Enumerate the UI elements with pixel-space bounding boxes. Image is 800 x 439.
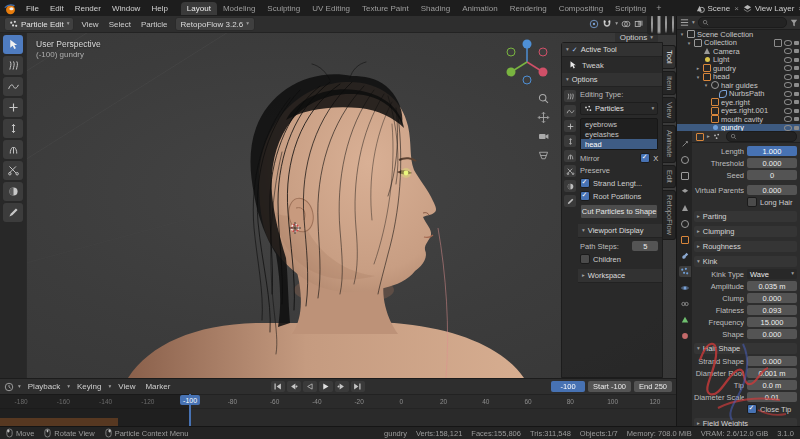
shape-field[interactable]: 0.000 bbox=[747, 329, 797, 339]
chevron-down-icon[interactable]: ▾ bbox=[18, 384, 21, 390]
tool-cut-button[interactable] bbox=[3, 161, 23, 180]
tool-smooth-button[interactable] bbox=[3, 77, 23, 96]
tip-field[interactable]: 0.0 m bbox=[747, 380, 797, 390]
workspace-tab-animation[interactable]: Animation bbox=[456, 2, 504, 15]
eye-icon[interactable] bbox=[784, 40, 792, 46]
filter-funnel-icon[interactable] bbox=[790, 19, 798, 27]
render-camera-icon[interactable] bbox=[794, 66, 799, 70]
eye-icon[interactable] bbox=[784, 57, 792, 63]
workspace-tab-texture-paint[interactable]: Texture Paint bbox=[356, 2, 415, 15]
outliner-row-camera[interactable]: Camera bbox=[677, 47, 800, 56]
zoom-icon[interactable] bbox=[537, 92, 550, 105]
render-camera-icon[interactable] bbox=[794, 58, 799, 62]
list-item-eyebrows[interactable]: eyebrows bbox=[581, 119, 657, 129]
outliner-row-collection[interactable]: ▾ Collection bbox=[677, 39, 800, 48]
scene-unlink-icon[interactable]: × bbox=[733, 4, 740, 13]
menu-marker[interactable]: Marker bbox=[142, 382, 173, 391]
clump-field[interactable]: 0.000 bbox=[747, 293, 797, 303]
workspace-tab-uv-editing[interactable]: UV Editing bbox=[306, 2, 356, 15]
render-camera-icon[interactable] bbox=[794, 75, 799, 79]
eye-icon[interactable] bbox=[784, 99, 792, 105]
eye-icon[interactable] bbox=[784, 65, 792, 71]
properties-tab-scene[interactable] bbox=[679, 202, 691, 213]
axis-gizmo[interactable] bbox=[500, 35, 554, 89]
add-workspace-button[interactable]: + bbox=[652, 3, 665, 13]
workspace-tab-rendering[interactable]: Rendering bbox=[504, 2, 553, 15]
mode-selector[interactable]: Particle Edit ▾ bbox=[4, 17, 74, 31]
weight-brush-button[interactable] bbox=[564, 180, 576, 192]
properties-tab-modifiers[interactable] bbox=[679, 250, 691, 261]
length-slider[interactable]: 1.000 bbox=[747, 146, 797, 156]
threshold-field[interactable]: 0.000 bbox=[747, 158, 797, 168]
panel-header-kink[interactable]: ▾Kink bbox=[694, 256, 797, 267]
properties-tab-material[interactable] bbox=[679, 330, 691, 341]
tool-puff-button[interactable] bbox=[3, 140, 23, 159]
menu-window[interactable]: Window bbox=[107, 3, 145, 14]
disclosure-icon[interactable]: ▸ bbox=[695, 65, 701, 71]
list-item-eyelashes[interactable]: eyelashes bbox=[581, 129, 657, 139]
render-camera-icon[interactable] bbox=[794, 92, 799, 96]
list-item-head[interactable]: head bbox=[581, 139, 657, 149]
panel-header-parting[interactable]: ▸Parting bbox=[694, 211, 797, 222]
sidebar-tab-edit[interactable]: Edit bbox=[663, 165, 676, 188]
sidebar-tab-item[interactable]: Item bbox=[663, 71, 676, 96]
snap-magnet-icon[interactable] bbox=[602, 19, 612, 29]
scene-selector[interactable]: Scene bbox=[708, 4, 731, 13]
prev-keyframe-button[interactable] bbox=[287, 381, 301, 392]
render-camera-icon[interactable] bbox=[794, 41, 799, 45]
outliner-row-hair-guides[interactable]: ▾ hair guides bbox=[677, 81, 800, 90]
puff-brush-button[interactable] bbox=[564, 150, 576, 162]
frame-end-field[interactable]: End 250 bbox=[634, 381, 672, 392]
outliner-row-eye-right[interactable]: eye.right bbox=[677, 98, 800, 107]
eye-icon[interactable] bbox=[784, 48, 792, 54]
shading-wireframe-button[interactable] bbox=[650, 14, 654, 34]
timeline-editor-icon[interactable] bbox=[4, 382, 14, 392]
perspective-toggle-icon[interactable] bbox=[537, 149, 550, 162]
play-button[interactable] bbox=[319, 381, 333, 392]
length-brush-button[interactable] bbox=[564, 135, 576, 147]
frequency-field[interactable]: 15.000 bbox=[747, 317, 797, 327]
menu-file[interactable]: File bbox=[21, 3, 44, 14]
retopoflow-button[interactable]: RetopoFlow 3.2.6 ▾ bbox=[175, 17, 255, 31]
outliner-row-gundry-object[interactable]: ▸ gundry bbox=[677, 64, 800, 73]
blender-logo-icon[interactable] bbox=[4, 2, 17, 15]
properties-tab-constraints[interactable] bbox=[679, 298, 691, 309]
workspace-tab-scripting[interactable]: Scripting bbox=[609, 2, 652, 15]
shading-material-button[interactable] bbox=[664, 14, 668, 34]
strand-shape-field[interactable]: 0.000 bbox=[747, 356, 797, 366]
tool-annotate-button[interactable] bbox=[3, 203, 23, 222]
menu-keying[interactable]: Keying bbox=[74, 382, 104, 391]
preserve-root-checkbox[interactable]: Root Positions bbox=[580, 191, 658, 201]
eye-icon[interactable] bbox=[784, 74, 792, 80]
active-tool-row[interactable]: Tweak bbox=[562, 57, 662, 73]
comb-brush-button[interactable] bbox=[564, 90, 576, 102]
jump-to-start-button[interactable] bbox=[271, 381, 285, 392]
render-camera-icon[interactable] bbox=[794, 109, 799, 113]
menu-help[interactable]: Help bbox=[146, 3, 172, 14]
add-brush-button[interactable] bbox=[564, 120, 576, 132]
properties-tab-object-data[interactable] bbox=[679, 314, 691, 325]
jump-to-end-button[interactable] bbox=[351, 381, 365, 392]
cut-particles-button[interactable]: Cut Particles to Shape bbox=[580, 204, 658, 219]
sidebar-tab-view[interactable]: View bbox=[663, 97, 676, 123]
menu-render[interactable]: Render bbox=[70, 3, 106, 14]
panel-header-hair-shape[interactable]: ▾Hair Shape bbox=[694, 343, 797, 354]
pan-hand-icon[interactable] bbox=[537, 111, 550, 124]
disclosure-icon[interactable]: ▾ bbox=[679, 31, 685, 37]
panel-header-roughness[interactable]: ▸Roughness bbox=[694, 241, 797, 252]
chevron-down-icon[interactable]: ▾ bbox=[692, 20, 695, 26]
current-frame-field[interactable]: -100 bbox=[551, 381, 585, 392]
properties-tab-tool[interactable] bbox=[679, 138, 691, 149]
properties-tab-object[interactable] bbox=[679, 234, 691, 245]
render-camera-icon[interactable] bbox=[794, 49, 799, 53]
workspace-panel-header[interactable]: ▸ Workspace bbox=[578, 269, 662, 283]
outliner-row-eyes-right-001[interactable]: eyes.right.001 bbox=[677, 107, 800, 116]
properties-tab-render[interactable] bbox=[679, 154, 691, 165]
sidebar-tab-retopoflow[interactable]: RetopoFlow bbox=[663, 190, 676, 240]
diameter-root-field[interactable]: 0.001 m bbox=[747, 368, 797, 378]
render-camera-icon[interactable] bbox=[794, 83, 799, 87]
path-steps-field[interactable]: 5 bbox=[632, 241, 658, 251]
children-checkbox[interactable]: Children bbox=[580, 254, 658, 264]
disclosure-icon[interactable]: ▾ bbox=[686, 40, 692, 46]
workspace-tab-shading[interactable]: Shading bbox=[415, 2, 456, 15]
